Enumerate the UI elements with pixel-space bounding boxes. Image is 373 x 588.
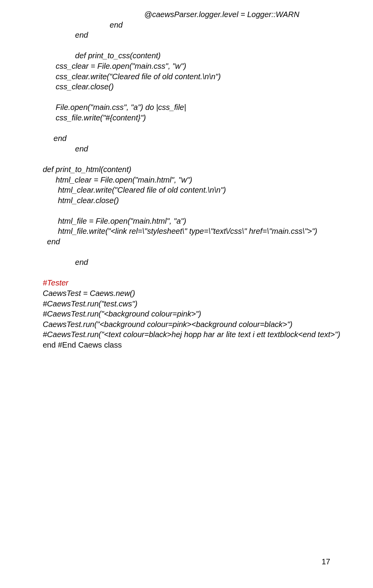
- code-block: @caewsParser.logger.level = Logger::WARN…: [43, 9, 330, 350]
- code-line: [43, 247, 330, 257]
- code-line: html_clear.close(): [43, 195, 330, 206]
- code-line: css_clear = File.open("main.css", "w"): [43, 61, 330, 71]
- code-line: #CaewsTest.run("test.cws"): [43, 299, 330, 309]
- code-line: [43, 40, 330, 51]
- code-line: [43, 92, 330, 103]
- code-line: CaewsTest = Caews.new(): [43, 288, 330, 299]
- code-line: end: [43, 144, 330, 154]
- code-line: #CaewsTest.run("<text colour=black>hej h…: [43, 329, 330, 340]
- page-number: 17: [322, 557, 330, 566]
- code-line: [43, 268, 330, 278]
- code-line: CaewsTest.run("<background colour=pink><…: [43, 319, 330, 330]
- code-line: @caewsParser.logger.level = Logger::WARN: [43, 9, 330, 20]
- code-line: def print_to_html(content): [43, 164, 330, 175]
- code-line: end: [43, 237, 330, 247]
- comment-line: #Tester: [43, 278, 330, 288]
- code-line: css_clear.write("Cleared file of old con…: [43, 71, 330, 82]
- code-line: end: [43, 30, 330, 40]
- code-line: [43, 154, 330, 164]
- code-line: [43, 205, 330, 216]
- code-line: css_clear.close(): [43, 82, 330, 92]
- code-line: #CaewsTest.run("<background colour=pink>…: [43, 309, 330, 319]
- code-line: [43, 123, 330, 134]
- code-line: end: [43, 257, 330, 268]
- code-line: html_clear.write("Cleared file of old co…: [43, 185, 330, 195]
- code-line: css_file.write("#{content}"): [43, 113, 330, 123]
- code-line: end: [43, 20, 330, 30]
- code-line: File.open("main.css", "a") do |css_file|: [43, 102, 330, 113]
- code-line: html_clear = File.open("main.html", "w"): [43, 175, 330, 185]
- code-line: end #End Caews class: [43, 340, 330, 350]
- code-line: end: [43, 133, 330, 144]
- code-line: html_file.write("<link rel=\"stylesheet\…: [43, 226, 330, 237]
- page: @caewsParser.logger.level = Logger::WARN…: [0, 0, 373, 588]
- code-line: html_file = File.open("main.html", "a"): [43, 216, 330, 226]
- code-line: def print_to_css(content): [43, 50, 330, 61]
